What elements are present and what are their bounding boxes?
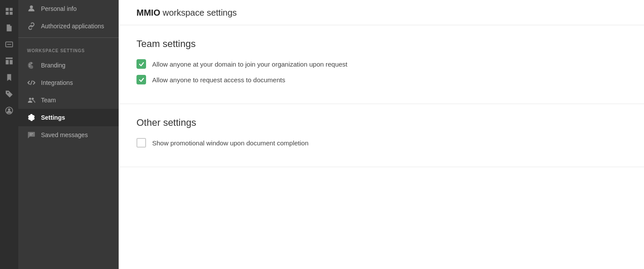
workspace-name: MMIO — [136, 8, 160, 17]
svg-point-10 — [8, 108, 10, 111]
text-field-icon[interactable] — [1, 37, 17, 52]
sidebar-item-integrations-label: Integrations — [41, 79, 73, 86]
team-settings-section: Team settings Allow anyone at your domai… — [119, 25, 644, 104]
sidebar-divider-1 — [18, 37, 119, 38]
sidebar-item-saved-messages-label: Saved messages — [41, 131, 88, 138]
svg-rect-6 — [6, 57, 13, 59]
svg-point-11 — [30, 6, 33, 9]
svg-rect-0 — [6, 8, 9, 11]
workspace-settings-label: WORKSPACE SETTINGS — [18, 40, 119, 57]
tag-icon[interactable] — [1, 86, 17, 102]
checkbox-request-access-label: Allow anyone to request access to docume… — [152, 76, 285, 84]
sidebar-item-branding[interactable]: Branding — [18, 57, 119, 74]
sidebar: Personal info Authorized applications WO… — [18, 0, 119, 269]
sidebar-item-team[interactable]: Team — [18, 91, 119, 109]
group-icon — [27, 96, 36, 104]
sidebar-item-personal-info[interactable]: Personal info — [18, 0, 119, 17]
checkbox-row-promo-window: Show promotional window upon document co… — [136, 138, 627, 148]
checkbox-promo-window[interactable] — [136, 138, 146, 148]
sidebar-item-authorized-apps-label: Authorized applications — [41, 23, 104, 30]
svg-rect-1 — [10, 8, 13, 11]
document-icon[interactable] — [1, 20, 17, 36]
page-title: MMIO workspace settings — [136, 8, 627, 18]
svg-point-12 — [29, 64, 31, 65]
team-settings-title: Team settings — [136, 38, 627, 50]
checkbox-domain-join-label: Allow anyone at your domain to join your… — [152, 61, 348, 68]
palette-icon — [27, 61, 36, 70]
checkbox-request-access[interactable] — [136, 75, 146, 84]
chat-icon — [27, 131, 36, 139]
sidebar-item-branding-label: Branding — [41, 62, 65, 69]
layout-icon[interactable] — [1, 53, 17, 69]
other-settings-title: Other settings — [136, 117, 627, 128]
code-icon — [27, 78, 36, 87]
sidebar-item-settings-label: Settings — [41, 114, 65, 121]
page-header: MMIO workspace settings — [119, 0, 644, 25]
svg-point-13 — [29, 66, 31, 67]
sidebar-item-saved-messages[interactable]: Saved messages — [18, 126, 119, 144]
sidebar-item-integrations[interactable]: Integrations — [18, 74, 119, 91]
svg-point-16 — [29, 98, 31, 100]
checkbox-promo-window-label: Show promotional window upon document co… — [152, 139, 309, 147]
bookmark-icon[interactable] — [1, 70, 17, 85]
person-icon — [27, 4, 36, 13]
grid-icon[interactable] — [1, 3, 17, 19]
sidebar-item-team-label: Team — [41, 97, 56, 104]
checkbox-row-request-access: Allow anyone to request access to docume… — [136, 75, 627, 84]
gear-icon — [27, 113, 36, 122]
sidebar-item-personal-info-label: Personal info — [41, 5, 77, 12]
checkbox-row-domain-join: Allow anyone at your domain to join your… — [136, 59, 627, 69]
svg-rect-3 — [10, 12, 13, 15]
main-content: MMIO workspace settings Team settings Al… — [119, 0, 644, 269]
icon-rail — [0, 0, 18, 269]
other-settings-section: Other settings Show promotional window u… — [119, 104, 644, 167]
svg-rect-8 — [10, 60, 13, 64]
svg-point-17 — [32, 98, 34, 100]
sidebar-item-settings[interactable]: Settings — [18, 109, 119, 126]
page-title-rest: workspace settings — [160, 8, 237, 17]
user-circle-icon[interactable] — [1, 103, 17, 118]
svg-rect-2 — [6, 12, 9, 15]
svg-rect-7 — [6, 60, 9, 64]
sidebar-item-authorized-apps[interactable]: Authorized applications — [18, 17, 119, 35]
svg-point-14 — [31, 63, 32, 64]
svg-line-15 — [31, 81, 32, 85]
link-icon — [27, 22, 36, 30]
checkbox-domain-join[interactable] — [136, 59, 146, 69]
